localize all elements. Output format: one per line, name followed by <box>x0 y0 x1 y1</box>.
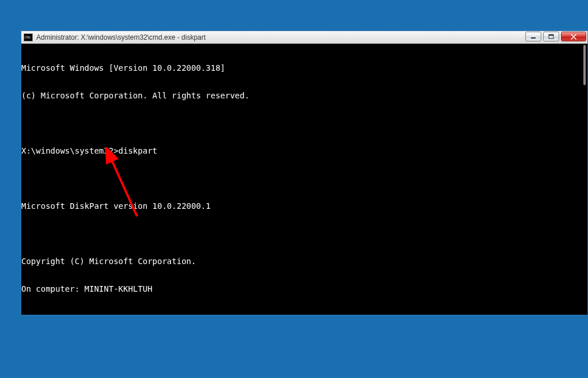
terminal-line: (c) Microsoft Corporation. All rights re… <box>21 91 587 100</box>
titlebar[interactable]: CMD Administrator: X:\windows\system32\c… <box>21 31 587 44</box>
cmd-window: CMD Administrator: X:\windows\system32\c… <box>21 30 588 315</box>
svg-rect-2 <box>549 35 553 36</box>
minimize-button[interactable] <box>525 32 541 41</box>
maximize-button[interactable] <box>543 32 559 41</box>
svg-rect-0 <box>531 37 536 39</box>
terminal-line <box>21 312 587 315</box>
cmd-icon-label: CMD <box>25 36 30 39</box>
terminal-line: Copyright (C) Microsoft Corporation. <box>21 257 587 266</box>
cmd-icon: CMD <box>24 33 33 41</box>
close-icon <box>570 34 577 40</box>
terminal-output[interactable]: Microsoft Windows [Version 10.0.22000.31… <box>21 44 587 315</box>
terminal-line: Microsoft DiskPart version 10.0.22000.1 <box>21 201 587 211</box>
terminal-line <box>21 174 587 183</box>
window-controls <box>525 32 586 41</box>
terminal-line: X:\windows\system32>diskpart <box>21 146 587 155</box>
scrollbar-thumb[interactable] <box>583 45 586 85</box>
terminal-line: On computer: MININT-KKHLTUH <box>21 284 587 293</box>
terminal-line <box>21 119 587 128</box>
scrollbar[interactable] <box>578 44 587 315</box>
minimize-icon <box>530 35 536 39</box>
maximize-icon <box>548 34 554 39</box>
window-title: Administrator: X:\windows\system32\cmd.e… <box>36 33 206 41</box>
close-button[interactable] <box>561 32 586 41</box>
terminal-line: Microsoft Windows [Version 10.0.22000.31… <box>21 63 587 72</box>
terminal-line <box>21 229 587 238</box>
